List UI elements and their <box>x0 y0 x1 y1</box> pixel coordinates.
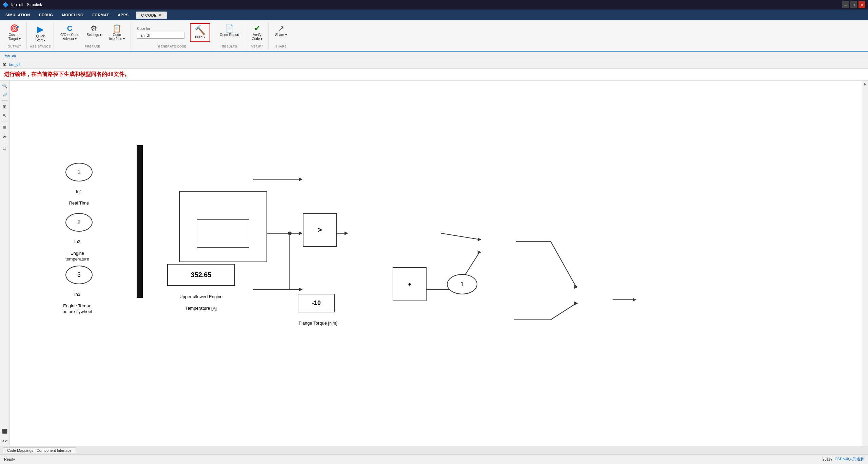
annotation-btn[interactable]: Α <box>1 132 8 140</box>
minimize-btn[interactable]: — <box>842 1 849 8</box>
hide-btn[interactable]: □ <box>1 144 8 152</box>
code-interface-button[interactable]: 📋 CodeInterface ▾ <box>106 23 128 43</box>
title-bar: 🔷 fan_dll - Simulink — □ ✕ <box>0 0 868 9</box>
inport3-block[interactable]: 3 <box>65 266 93 284</box>
generate-group-label: GENERATE CODE <box>158 45 186 48</box>
constant2-label-line1: Flange Torque [Nm] <box>299 321 337 326</box>
quick-start-button[interactable]: ▶ QuickStart ▾ <box>32 23 49 44</box>
port-btn[interactable]: ⬛ <box>1 427 8 435</box>
constant-label: Upper allowed Engine Temperature [K] <box>159 288 243 311</box>
outport-num: 1 <box>460 281 464 288</box>
subsystem-block[interactable] <box>179 191 267 262</box>
model-breadcrumb[interactable]: fan_dll <box>9 62 20 66</box>
maximize-btn[interactable]: □ <box>850 1 857 8</box>
status-bar: Ready 261% CSDN@人间迷梦 <box>0 455 868 463</box>
model-icon: ⊙ <box>3 62 6 67</box>
cpp-advisor-icon: C <box>67 25 73 32</box>
share-group-label: SHARE <box>275 45 287 48</box>
expand-btn[interactable]: >> <box>1 437 8 444</box>
inport1-block[interactable]: 1 <box>65 163 93 181</box>
open-report-icon: 📄 <box>225 25 234 32</box>
verify-code-label: VerifyCode ▾ <box>252 33 263 41</box>
code-interface-label: CodeInterface ▾ <box>109 33 125 41</box>
inport1-label-line2: Real Time <box>69 200 89 206</box>
inport2-label: In2 Engine temperature <box>55 233 99 262</box>
build-label: Build ▾ <box>195 35 205 39</box>
constant-block[interactable]: 352.65 <box>167 264 235 286</box>
product-block[interactable]: • <box>393 267 427 301</box>
menu-simulation[interactable]: SIMULATION <box>1 12 34 18</box>
verify-code-icon: ✔ <box>254 25 260 32</box>
fit-view-btn[interactable]: ⊞ <box>1 103 8 110</box>
share-label: Share ▾ <box>275 33 287 37</box>
ribbon-group-verify: ✔ VerifyCode ▾ VERIFY <box>246 22 269 50</box>
prepare-group-label: PREPARE <box>85 45 100 48</box>
notification-bar: 进行编译，在当前路径下生成和模型同名的dll文件。 <box>0 69 868 81</box>
select-btn[interactable]: ↖ <box>1 112 8 119</box>
code-for-section: Code for <box>134 25 187 40</box>
toolbar-sep-3 <box>2 142 8 142</box>
ccode-tab-close[interactable]: ✕ <box>159 13 162 17</box>
custom-target-button[interactable]: 🎯 CustomTarget ▾ <box>5 23 24 43</box>
right-toggle-icon: ▶ <box>864 82 867 86</box>
share-button[interactable]: ↗ Share ▾ <box>272 23 290 39</box>
ribbon-group-share: ↗ Share ▾ SHARE <box>269 22 292 50</box>
menu-modeling[interactable]: MODELING <box>58 12 87 18</box>
notification-text: 进行编译，在当前路径下生成和模型同名的dll文件。 <box>4 71 130 78</box>
constant-label-line2: Temperature [K] <box>185 306 217 311</box>
svg-marker-5 <box>299 231 303 235</box>
build-icon: 🔨 <box>195 26 205 35</box>
model-name-bar: ⊙ fan_dll <box>0 60 868 69</box>
zoom-out-btn[interactable]: 🔎 <box>1 91 8 98</box>
ribbon-group-results: 📄 Open Report RESULTS <box>214 22 245 50</box>
output-group-label: OUTPUT <box>8 45 21 48</box>
zoom-in-btn[interactable]: 🔍 <box>1 82 8 90</box>
right-panel-toggle[interactable]: ▶ <box>862 81 868 446</box>
open-report-label: Open Report <box>220 33 239 37</box>
outport-block[interactable]: 1 <box>447 274 477 294</box>
verify-code-button[interactable]: ✔ VerifyCode ▾ <box>249 23 265 43</box>
menu-debug[interactable]: DEBUG <box>35 12 57 18</box>
inport2-num: 2 <box>77 219 81 226</box>
ccode-tab-label: C CODE <box>141 13 157 17</box>
ribbon-group-assistance: ▶ QuickStart ▾ ASSISTANCE <box>27 22 54 50</box>
open-report-button[interactable]: 📄 Open Report <box>217 23 242 39</box>
cpp-code-advisor-button[interactable]: C C/C++ CodeAdvisor ▾ <box>57 23 82 43</box>
inport3-label: In3 Engine Torque before flywheel <box>54 286 101 314</box>
constant-value: 352.65 <box>191 271 211 279</box>
zoom-level: 261% <box>823 457 832 461</box>
ribbon-group-generate: Code for 🔨 Build ▾ GENERATE CODE <box>132 22 213 50</box>
code-interface-icon: 📋 <box>112 25 121 32</box>
results-group-label: RESULTS <box>222 45 237 48</box>
constant2-block[interactable]: -10 <box>298 294 335 312</box>
left-toolbar: 🔍 🔎 ⊞ ↖ ≋ Α □ ⬛ >> <box>0 81 9 446</box>
build-button[interactable]: 🔨 Build ▾ <box>190 23 210 42</box>
code-mappings-tab[interactable]: Code Mappings - Component Interface <box>3 447 76 453</box>
close-btn[interactable]: ✕ <box>859 1 865 8</box>
canvas-area[interactable]: 1 In1 Real Time 2 In2 Engine temperature… <box>9 81 862 446</box>
svg-line-11 <box>441 233 479 239</box>
inport2-label-line2: Engine temperature <box>65 251 89 262</box>
svg-line-17 <box>551 241 576 287</box>
toolbar-sep-1 <box>2 100 8 101</box>
cpp-advisor-label: C/C++ CodeAdvisor ▾ <box>60 33 79 41</box>
tab-model-name[interactable]: fan_dll <box>3 53 18 59</box>
relop-block[interactable]: > <box>303 213 337 247</box>
mux-block[interactable] <box>137 145 143 298</box>
code-for-label: Code for <box>137 27 184 31</box>
inport2-label-line1: In2 <box>74 239 80 244</box>
settings-button[interactable]: ⚙ Settings ▾ <box>84 23 105 39</box>
code-for-input[interactable] <box>137 32 184 39</box>
menu-apps[interactable]: APPS <box>114 12 133 18</box>
inport3-label-line2: Engine Torque before flywheel <box>62 303 92 314</box>
menu-format[interactable]: FORMAT <box>88 12 113 18</box>
status-ready: Ready <box>4 457 15 461</box>
title-text: fan_dll - Simulink <box>11 2 42 7</box>
verify-group-label: VERIFY <box>251 45 263 48</box>
ribbon-group-prepare: C C/C++ CodeAdvisor ▾ ⚙ Settings ▾ 📋 Cod… <box>55 22 131 50</box>
bottom-tabs: Code Mappings - Component Interface <box>0 446 868 455</box>
svg-marker-1 <box>299 177 303 181</box>
inport2-block[interactable]: 2 <box>65 213 93 232</box>
ccode-tab[interactable]: C CODE ✕ <box>136 12 166 19</box>
signal-btn[interactable]: ≋ <box>1 123 8 131</box>
